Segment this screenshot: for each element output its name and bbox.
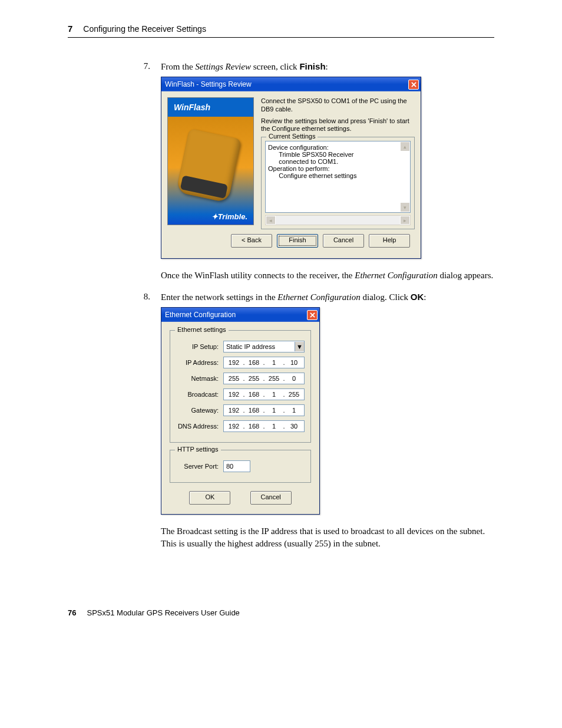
titlebar[interactable]: WinFlash - Settings Review <box>161 77 421 91</box>
netmask-label: Netmask: <box>176 375 223 382</box>
help-button[interactable]: Help <box>369 234 410 248</box>
ethernet-settings-group: Ethernet settings IP Setup: Static IP ad… <box>170 330 311 443</box>
chapter-title: Configuring the Receiver Settings <box>83 24 206 34</box>
chapter-number: 7 <box>68 24 72 34</box>
group-legend: HTTP settings <box>175 446 221 453</box>
ip-setup-select[interactable]: Static IP address ▼ <box>223 341 305 353</box>
finish-button[interactable]: Finish <box>277 234 318 248</box>
broadcast-label: Broadcast: <box>176 391 223 398</box>
ip-address-label: IP Address: <box>176 359 223 366</box>
close-button[interactable] <box>307 310 318 320</box>
horizontal-scrollbar[interactable]: ◂ ▸ <box>265 215 411 225</box>
step-8: 8. Enter the network settings in the Eth… <box>138 292 494 302</box>
page-header: 7 Configuring the Receiver Settings <box>68 24 494 38</box>
paragraph-after-step8: The Broadcast setting is the IP address … <box>161 525 494 549</box>
step-text: From the Settings Review screen, click F… <box>161 61 494 72</box>
instruction-text-1: Connect the SPSX50 to COM1 of the PC usi… <box>261 97 415 114</box>
dns-address-input[interactable]: 192. 168. 1. 30 <box>223 420 305 432</box>
broadcast-input[interactable]: 192. 168. 1. 255 <box>223 388 305 400</box>
step-text: Enter the network settings in the Ethern… <box>161 292 494 302</box>
scroll-up-button[interactable]: ▴ <box>400 141 410 151</box>
netmask-input[interactable]: 255. 255. 255. 0 <box>223 373 305 384</box>
scroll-down-button[interactable]: ▾ <box>400 202 410 212</box>
close-icon <box>310 312 315 318</box>
cancel-button[interactable]: Cancel <box>323 234 364 248</box>
step-7: 7. From the Settings Review screen, clic… <box>138 61 494 72</box>
back-button[interactable]: < Back <box>231 234 272 248</box>
server-port-input[interactable]: 80 <box>223 460 250 472</box>
instruction-text-2: Review the settings below and press 'Fin… <box>261 117 415 134</box>
ip-setup-label: IP Setup: <box>176 343 223 350</box>
dns-address-label: DNS Address: <box>176 423 223 430</box>
winflash-logo-text: WinFlash <box>174 103 210 112</box>
group-legend: Ethernet settings <box>175 326 229 333</box>
page-footer: 76 SPSx51 Modular GPS Receivers User Gui… <box>68 608 494 617</box>
scroll-right-button[interactable]: ▸ <box>400 216 410 225</box>
step-number: 8. <box>138 292 150 302</box>
trimble-logo-text: ✦Trimble. <box>211 212 247 221</box>
current-settings-group: Current Settings Device configuration: T… <box>261 137 415 229</box>
titlebar[interactable]: Ethernet Configuration <box>161 308 319 322</box>
step-number: 7. <box>138 61 150 72</box>
close-button[interactable] <box>408 80 419 90</box>
cancel-button[interactable]: Cancel <box>250 491 292 505</box>
ok-button[interactable]: OK <box>189 491 230 505</box>
gateway-input[interactable]: 192. 168. 1. 1 <box>223 404 305 416</box>
gateway-label: Gateway: <box>176 407 223 414</box>
chevron-down-icon: ▼ <box>295 342 304 351</box>
ip-setup-value: Static IP address <box>226 343 275 350</box>
page-number: 76 <box>68 608 76 617</box>
window-title: WinFlash - Settings Review <box>165 80 252 88</box>
server-port-label: Server Port: <box>176 463 223 470</box>
group-legend: Current Settings <box>266 133 318 140</box>
brand-panel: WinFlash ✦Trimble. <box>167 97 254 225</box>
winflash-settings-review-dialog: WinFlash - Settings Review WinFlash ✦Tri… <box>161 77 421 259</box>
scroll-left-button[interactable]: ◂ <box>266 216 276 225</box>
settings-textarea[interactable]: Device configuration: Trimble SPSX50 Rec… <box>265 141 411 213</box>
window-title: Ethernet Configuration <box>165 311 236 319</box>
ip-address-input[interactable]: 192. 168. 1. 10 <box>223 357 305 368</box>
ethernet-configuration-dialog: Ethernet Configuration Ethernet settings… <box>161 307 320 515</box>
close-icon <box>411 82 416 87</box>
document-title: SPSx51 Modular GPS Receivers User Guide <box>87 608 239 617</box>
device-image <box>176 129 242 203</box>
http-settings-group: HTTP settings Server Port: 80 <box>170 450 311 483</box>
paragraph-after-step7: Once the WinFlash utility connects to th… <box>161 269 494 281</box>
